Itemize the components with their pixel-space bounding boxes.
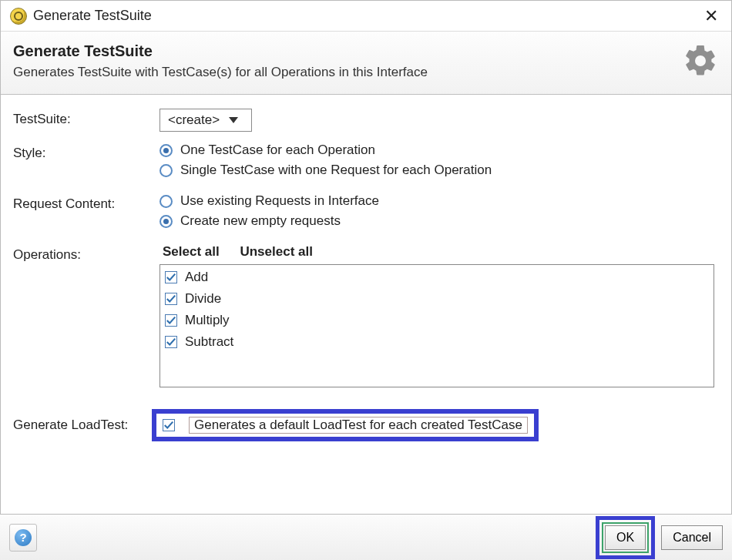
select-all-link[interactable]: Select all: [163, 244, 220, 259]
operation-label: Divide: [185, 291, 221, 307]
label-testsuite: TestSuite:: [13, 109, 159, 127]
operation-label: Add: [185, 270, 208, 285]
dialog-footer: ? OK Cancel: [0, 514, 732, 560]
unselect-all-link[interactable]: Unselect all: [240, 244, 313, 259]
operations-list: AddDivideMultiplySubtract: [159, 264, 714, 387]
style-option-label: One TestCase for each Operation: [180, 143, 375, 158]
operation-item-0[interactable]: Add: [165, 267, 709, 288]
form-area: TestSuite: <create> Style: One TestCase …: [1, 95, 731, 406]
gear-icon: [682, 42, 719, 79]
operations-actions: Select all Unselect all: [163, 244, 719, 260]
request-content-option-1[interactable]: Create new empty requests: [159, 213, 719, 229]
window-title: Generate TestSuite: [33, 8, 700, 24]
label-request-content: Request Content:: [13, 193, 159, 212]
row-style: Style: One TestCase for each OperationSi…: [13, 143, 719, 183]
row-generate-loadtest: Generate LoadTest: Generates a default L…: [1, 406, 731, 444]
label-generate-loadtest: Generate LoadTest:: [13, 417, 152, 433]
style-option-0[interactable]: One TestCase for each Operation: [159, 143, 719, 158]
operation-checkbox: [165, 336, 177, 348]
style-option-1[interactable]: Single TestCase with one Request for eac…: [159, 163, 719, 178]
operation-label: Multiply: [185, 313, 230, 328]
testsuite-select[interactable]: <create>: [159, 109, 252, 132]
row-testsuite: TestSuite: <create>: [13, 109, 719, 132]
operation-label: Subtract: [185, 334, 233, 350]
label-operations: Operations:: [13, 244, 159, 263]
radio-icon: [159, 195, 173, 208]
row-operations: Operations: Select all Unselect all AddD…: [13, 244, 719, 387]
ok-highlight: OK: [596, 516, 655, 559]
operation-item-1[interactable]: Divide: [165, 288, 709, 310]
style-option-label: Single TestCase with one Request for eac…: [180, 163, 492, 178]
dialog-heading: Generate TestSuite: [13, 42, 682, 60]
radio-icon: [159, 164, 173, 177]
dialog-subheading: Generates TestSuite with TestCase(s) for…: [13, 65, 682, 80]
loadtest-highlight: Generates a default LoadTest for each cr…: [152, 409, 539, 441]
request-content-option-label: Use existing Requests in Interface: [180, 193, 379, 209]
testsuite-selected-value: <create>: [168, 112, 220, 128]
chevron-down-icon: [229, 117, 238, 123]
title-bar: Generate TestSuite ✕: [1, 1, 731, 32]
app-icon: [10, 8, 27, 25]
row-request-content: Request Content: Use existing Requests i…: [13, 193, 719, 233]
help-button[interactable]: ?: [9, 524, 37, 552]
operation-item-3[interactable]: Subtract: [165, 331, 709, 353]
loadtest-checkbox[interactable]: [163, 419, 175, 431]
radio-icon: [159, 144, 173, 157]
operation-checkbox: [165, 314, 177, 327]
operation-item-2[interactable]: Multiply: [165, 310, 709, 331]
loadtest-description: Generates a default LoadTest for each cr…: [189, 417, 528, 434]
cancel-button[interactable]: Cancel: [661, 525, 723, 550]
request-content-option-0[interactable]: Use existing Requests in Interface: [159, 193, 719, 209]
operation-checkbox: [165, 293, 177, 305]
close-button[interactable]: ✕: [700, 5, 722, 27]
request-content-option-label: Create new empty requests: [180, 213, 341, 229]
dialog-header: Generate TestSuite Generates TestSuite w…: [1, 32, 731, 95]
operation-checkbox: [165, 271, 177, 283]
radio-icon: [159, 215, 173, 228]
label-style: Style:: [13, 143, 159, 161]
ok-button[interactable]: OK: [605, 525, 646, 550]
help-icon: ?: [15, 529, 32, 546]
